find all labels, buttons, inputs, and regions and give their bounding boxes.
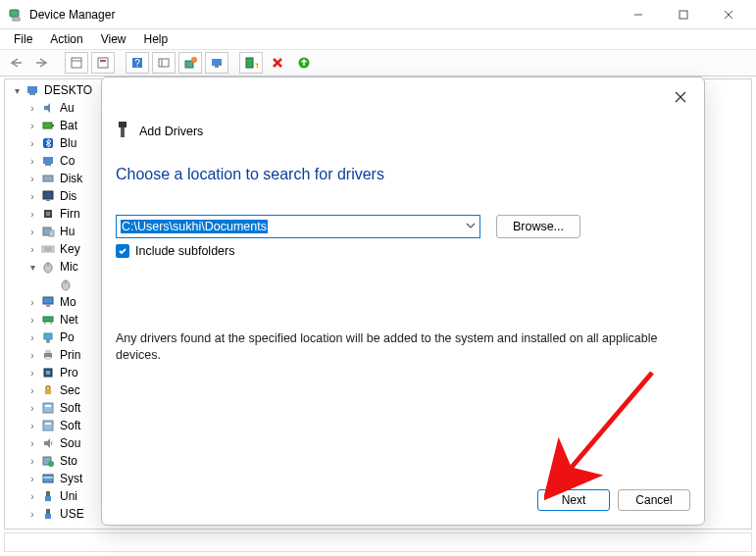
twisty-icon[interactable]: › bbox=[26, 455, 38, 467]
menu-help[interactable]: Help bbox=[136, 30, 176, 48]
uninstall-button[interactable] bbox=[205, 52, 228, 74]
cancel-button[interactable]: Cancel bbox=[618, 489, 690, 511]
wizard-icon bbox=[116, 121, 129, 141]
svg-rect-55 bbox=[45, 357, 51, 360]
svg-rect-70 bbox=[45, 514, 51, 519]
back-button[interactable] bbox=[4, 52, 27, 74]
svg-rect-25 bbox=[27, 86, 37, 93]
svg-rect-68 bbox=[45, 496, 51, 501]
properties-button[interactable] bbox=[91, 52, 115, 74]
chevron-down-icon[interactable] bbox=[466, 220, 476, 233]
app-icon bbox=[8, 7, 24, 23]
svg-rect-62 bbox=[45, 423, 51, 425]
maximize-button[interactable] bbox=[670, 5, 697, 25]
svg-rect-16 bbox=[185, 61, 193, 68]
twisty-icon[interactable]: › bbox=[26, 508, 38, 520]
twisty-icon[interactable]: › bbox=[26, 155, 38, 167]
twisty-icon[interactable]: › bbox=[26, 331, 38, 343]
twisty-icon[interactable]: › bbox=[26, 402, 38, 414]
twisty-icon[interactable]: › bbox=[26, 384, 38, 396]
include-subfolders-checkbox[interactable] bbox=[116, 244, 129, 258]
svg-rect-28 bbox=[52, 125, 54, 126]
twisty-icon[interactable]: › bbox=[26, 367, 38, 379]
svg-rect-32 bbox=[43, 176, 53, 181]
twisty-icon[interactable]: › bbox=[26, 349, 38, 361]
menu-file[interactable]: File bbox=[6, 30, 40, 48]
software-icon bbox=[40, 418, 56, 433]
svg-rect-34 bbox=[46, 199, 50, 201]
twisty-icon[interactable]: › bbox=[26, 296, 38, 308]
svg-point-64 bbox=[48, 461, 54, 467]
enable-button[interactable] bbox=[292, 52, 316, 74]
computer-icon bbox=[40, 153, 56, 169]
twisty-icon[interactable]: › bbox=[26, 314, 38, 326]
next-button[interactable]: Next bbox=[537, 489, 610, 511]
svg-rect-18 bbox=[212, 59, 222, 66]
twisty-icon[interactable]: › bbox=[26, 226, 38, 237]
svg-rect-8 bbox=[72, 58, 81, 68]
svg-rect-57 bbox=[46, 371, 50, 375]
twisty-icon[interactable]: ▾ bbox=[26, 261, 38, 273]
add-driver-button[interactable]: ★ bbox=[239, 52, 263, 74]
scan-button[interactable] bbox=[152, 52, 176, 74]
twisty-icon[interactable]: › bbox=[26, 420, 38, 431]
show-hide-button[interactable] bbox=[65, 52, 88, 74]
display-icon bbox=[40, 188, 56, 204]
help-button[interactable]: ? bbox=[126, 52, 149, 74]
monitor-icon bbox=[40, 294, 56, 310]
processor-icon bbox=[40, 365, 56, 380]
storage-icon bbox=[40, 453, 56, 469]
printer-icon bbox=[40, 347, 56, 363]
svg-rect-14 bbox=[159, 59, 169, 67]
svg-rect-38 bbox=[49, 230, 54, 236]
disable-button[interactable] bbox=[266, 52, 289, 74]
forward-button[interactable] bbox=[30, 52, 54, 74]
svg-rect-26 bbox=[29, 93, 35, 95]
port-icon bbox=[40, 329, 56, 345]
window-title: Device Manager bbox=[29, 8, 625, 22]
twisty-icon[interactable]: › bbox=[26, 208, 38, 220]
menu-action[interactable]: Action bbox=[42, 30, 90, 48]
wizard-title: Add Drivers bbox=[139, 125, 203, 138]
svg-rect-27 bbox=[43, 123, 52, 128]
svg-rect-46 bbox=[43, 297, 53, 304]
twisty-icon[interactable]: › bbox=[26, 120, 38, 131]
svg-rect-30 bbox=[43, 157, 53, 164]
svg-rect-51 bbox=[44, 333, 52, 339]
twisty-icon[interactable]: › bbox=[26, 243, 38, 255]
system-icon bbox=[40, 471, 56, 486]
close-button[interactable] bbox=[715, 5, 742, 25]
path-combobox[interactable]: C:\Users\sukhi\Documents bbox=[116, 215, 480, 238]
keyboard-icon bbox=[40, 241, 56, 257]
twisty-icon[interactable]: › bbox=[26, 437, 38, 449]
svg-rect-3 bbox=[680, 11, 687, 19]
include-subfolders-label: Include subfolders bbox=[135, 244, 234, 258]
twisty-icon[interactable]: › bbox=[26, 173, 38, 184]
svg-text:★: ★ bbox=[255, 60, 258, 70]
svg-rect-36 bbox=[46, 212, 50, 216]
twisty-icon[interactable]: › bbox=[26, 137, 38, 149]
twisty-icon[interactable]: › bbox=[26, 490, 38, 502]
svg-rect-73 bbox=[119, 122, 126, 127]
dialog-close-button[interactable] bbox=[667, 85, 694, 109]
svg-rect-10 bbox=[98, 58, 108, 68]
svg-point-17 bbox=[191, 57, 197, 63]
svg-rect-19 bbox=[215, 66, 219, 68]
mouse-icon bbox=[40, 259, 56, 275]
network-icon bbox=[40, 312, 56, 328]
svg-rect-47 bbox=[46, 304, 50, 307]
update-button[interactable] bbox=[178, 52, 202, 74]
twisty-icon[interactable]: › bbox=[26, 190, 38, 202]
minimize-button[interactable] bbox=[625, 5, 652, 25]
svg-text:?: ? bbox=[134, 58, 140, 69]
twisty-icon[interactable]: › bbox=[26, 102, 38, 114]
menu-view[interactable]: View bbox=[93, 30, 134, 48]
toolbar: ? ★ bbox=[0, 49, 756, 76]
audio-icon bbox=[40, 100, 56, 116]
svg-rect-54 bbox=[45, 350, 51, 353]
svg-rect-61 bbox=[43, 421, 53, 430]
svg-point-52 bbox=[46, 339, 50, 343]
browse-button[interactable]: Browse... bbox=[496, 215, 580, 238]
software-icon bbox=[40, 400, 56, 416]
twisty-icon[interactable]: › bbox=[26, 473, 38, 484]
